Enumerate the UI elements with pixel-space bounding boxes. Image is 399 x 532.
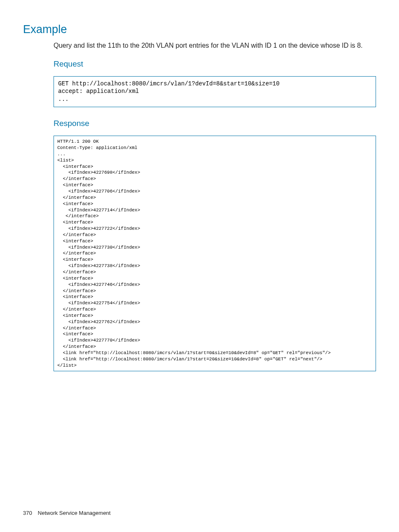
example-description: Query and list the 11th to the 20th VLAN…: [54, 41, 376, 50]
request-code-block: GET http://localhost:8080/imcrs/vlan/1?d…: [54, 76, 376, 108]
request-heading: Request: [54, 59, 376, 69]
page-footer: 370 Network Service Management: [23, 510, 110, 516]
response-code-block: HTTP/1.1 200 OK Content-Type: applicatio…: [54, 136, 376, 371]
response-heading: Response: [54, 119, 376, 128]
example-heading: Example: [23, 23, 376, 36]
page-number: 370: [23, 510, 32, 516]
footer-section-title: Network Service Management: [38, 510, 110, 516]
